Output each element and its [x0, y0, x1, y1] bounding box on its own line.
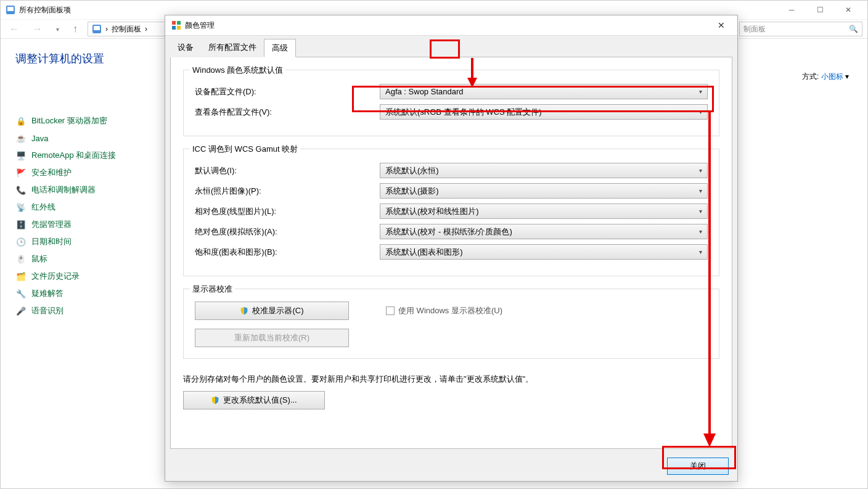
up-button[interactable]: ↑ [69, 23, 81, 35]
change-system-defaults-label: 更改系统默认值(S)... [223, 395, 297, 406]
forward-button[interactable]: → [29, 23, 46, 35]
security-icon: 🚩 [15, 167, 27, 178]
troubleshoot-icon: 🔧 [15, 288, 27, 299]
close-button-label: 关闭 [690, 461, 706, 472]
close-window-button[interactable]: ✕ [834, 1, 862, 19]
dialog-titlebar: 颜色管理 ✕ [165, 15, 737, 35]
absolute-label: 绝对色度(模拟纸张)(A): [195, 226, 380, 237]
color-management-dialog: 颜色管理 ✕ 设备 所有配置文件 高级 Windows 颜色系统默认值 设备配置… [165, 15, 738, 482]
search-placeholder: 制面板 [743, 24, 766, 35]
phone-modem-icon: 📞 [15, 184, 27, 195]
svg-rect-7 [177, 26, 181, 30]
chevron-down-icon[interactable]: ▾ [845, 72, 849, 81]
saturation-value: 系统默认(图表和图形) [385, 247, 463, 258]
color-management-icon [171, 20, 181, 30]
dialog-title: 颜色管理 [185, 20, 215, 31]
group-legend: 显示器校准 [190, 284, 235, 295]
chevron-down-icon: ▾ [699, 249, 702, 255]
relative-label: 相对色度(线型图片)(L): [195, 206, 380, 217]
chevron-down-icon: ▾ [699, 109, 702, 115]
item-label: BitLocker 驱动器加密 [31, 115, 107, 126]
absolute-select[interactable]: 系统默认(校对 - 模拟纸张/介质颜色) ▾ [380, 224, 708, 239]
item-label: 语音识别 [31, 305, 63, 316]
search-icon: 🔍 [849, 25, 858, 33]
view-mode-value[interactable]: 小图标 [821, 72, 843, 81]
remoteapp-icon: 🖥️ [15, 150, 27, 161]
group-legend: ICC 调色到 WCS Gamut 映射 [190, 144, 300, 155]
view-mode-label: 方式: [802, 72, 819, 81]
default-rendering-value: 系统默认(永恒) [385, 165, 439, 176]
svg-rect-1 [7, 7, 14, 11]
search-box[interactable]: 制面板 🔍 [739, 22, 862, 36]
checkbox-box [386, 306, 395, 315]
group-display-calibration: 显示器校准 校准显示器(C) 重新加载当前校准(R) 使用 Windows [183, 289, 719, 359]
dropdown-history-button[interactable]: ▾ [52, 26, 63, 33]
svg-rect-6 [172, 26, 176, 30]
use-windows-calibration-label: 使用 Windows 显示器校准(U) [398, 305, 502, 316]
item-label: 鼠标 [31, 253, 47, 265]
relative-value: 系统默认(校对和线性图片) [385, 206, 479, 217]
viewing-conditions-select[interactable]: 系统默认(sRGB 查看条件的 WCS 配置文件) ▾ [380, 104, 708, 120]
item-label: 红外线 [31, 202, 55, 213]
info-text: 请分别存储对每个用户的颜色设置。要对新用户和共享打印机进行更改，请单击"更改系统… [183, 374, 719, 385]
default-rendering-select[interactable]: 系统默认(永恒) ▾ [380, 163, 708, 178]
default-rendering-label: 默认调色(I): [195, 165, 380, 176]
tab-devices[interactable]: 设备 [170, 39, 201, 57]
item-label: 日期和时间 [31, 236, 72, 247]
java-icon: ☕ [15, 133, 27, 144]
item-label: 安全和维护 [31, 167, 72, 178]
bitlocker-icon: 🔒 [15, 115, 27, 126]
speech-icon: 🎤 [15, 305, 27, 316]
item-label: 凭据管理器 [31, 219, 72, 230]
breadcrumb-item[interactable]: 控制面板 [112, 24, 141, 35]
item-label: Java [31, 134, 48, 143]
chevron-down-icon: ▾ [699, 208, 702, 215]
perceptual-label: 永恒(照片图像)(P): [195, 186, 380, 197]
shield-icon [240, 306, 248, 315]
reload-calibration-button: 重新加载当前校准(R) [195, 329, 349, 347]
group-legend: Windows 颜色系统默认值 [190, 65, 285, 76]
perceptual-value: 系统默认(摄影) [385, 186, 439, 197]
saturation-select[interactable]: 系统默认(图表和图形) ▾ [380, 244, 708, 260]
chevron-down-icon: ▾ [699, 167, 702, 174]
minimize-button[interactable]: ─ [777, 1, 806, 19]
reload-calibration-label: 重新加载当前校准(R) [234, 332, 309, 343]
breadcrumb-separator: › [105, 25, 108, 33]
maximize-button[interactable]: ☐ [806, 1, 834, 19]
group-icc-gamut: ICC 调色到 WCS Gamut 映射 默认调色(I): 系统默认(永恒) ▾… [183, 149, 719, 276]
view-mode: 方式: 小图标 ▾ [802, 72, 849, 82]
device-profile-select[interactable]: Agfa : Swop Standard ▾ [380, 84, 708, 99]
relative-select[interactable]: 系统默认(校对和线性图片) ▾ [380, 203, 708, 219]
item-label: 电话和调制解调器 [31, 184, 96, 195]
mouse-icon: 🖱️ [15, 253, 27, 265]
item-label: RemoteApp 和桌面连接 [31, 150, 116, 161]
tab-content-advanced: Windows 颜色系统默认值 设备配置文件(D): Agfa : Swop S… [170, 57, 732, 449]
control-panel-icon [6, 5, 15, 15]
change-system-defaults-button[interactable]: 更改系统默认值(S)... [183, 391, 325, 409]
device-profile-label: 设备配置文件(D): [195, 86, 380, 97]
calibrate-display-label: 校准显示器(C) [252, 305, 303, 316]
infrared-icon: 📡 [15, 202, 27, 213]
tab-advanced[interactable]: 高级 [264, 39, 296, 57]
calibrate-display-button[interactable]: 校准显示器(C) [195, 302, 349, 320]
shield-icon [211, 396, 219, 405]
svg-rect-5 [177, 21, 181, 25]
date-time-icon: 🕒 [15, 236, 27, 247]
close-button[interactable]: 关闭 [667, 458, 729, 475]
perceptual-select[interactable]: 系统默认(摄影) ▾ [380, 183, 708, 199]
item-label: 文件历史记录 [31, 271, 80, 282]
dialog-close-button[interactable]: ✕ [711, 15, 731, 35]
viewing-conditions-value: 系统默认(sRGB 查看条件的 WCS 配置文件) [385, 107, 542, 118]
use-windows-calibration-checkbox[interactable]: 使用 Windows 显示器校准(U) [386, 305, 502, 316]
back-button[interactable]: ← [6, 23, 23, 35]
device-profile-value: Agfa : Swop Standard [385, 87, 463, 96]
tab-all-profiles[interactable]: 所有配置文件 [201, 39, 264, 57]
bg-window-title: 所有控制面板项 [19, 5, 71, 15]
dialog-footer: 关闭 [166, 453, 736, 480]
svg-rect-4 [172, 21, 176, 25]
viewing-conditions-label: 查看条件配置文件(V): [195, 107, 380, 118]
tab-strip: 设备 所有配置文件 高级 [166, 37, 736, 57]
chevron-down-icon: ▾ [699, 88, 702, 95]
chevron-down-icon: ▾ [699, 228, 702, 235]
credential-manager-icon: 🗄️ [15, 219, 27, 230]
